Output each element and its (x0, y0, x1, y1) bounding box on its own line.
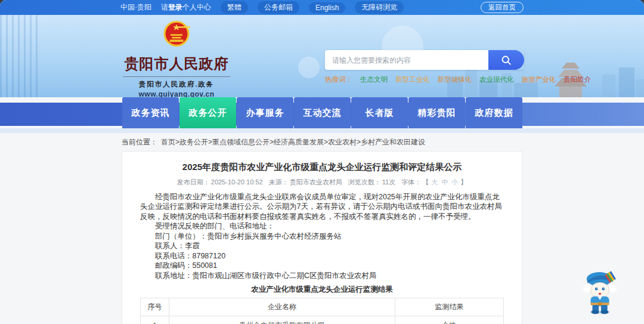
left-decoration (0, 15, 42, 97)
article-paragraph: 受理情况反映的部门、电话和地址： (140, 221, 504, 232)
login-link[interactable]: 请登录个人中心 (161, 2, 211, 13)
col-header-company: 企业名称 (169, 298, 395, 316)
region-link[interactable]: 中国·贵阳 (120, 2, 151, 13)
login-bold: 登录 (168, 3, 182, 11)
login-pre: 请 (161, 3, 168, 11)
publish-date: 2025-10-20 10:52 (211, 178, 263, 186)
nav-tab-disclosure[interactable]: 政务公开 (179, 97, 236, 128)
nav-tab-senior-version[interactable]: 长者版 (351, 97, 408, 128)
hot-word-link[interactable]: 旅游产业化 (522, 75, 556, 84)
breadcrumb-path[interactable]: 首页>政务公开>重点领域信息公开>经济高质量发展>农业农村>乡村产业和农田建设 (161, 138, 425, 146)
hot-search-words: 热搜词： 生态文明 新型工业化 新型城镇化 农业现代化 旅游产业化 贵阳简介 (325, 75, 524, 84)
font-size-small-button[interactable]: 小 (451, 178, 458, 186)
accessibility-link[interactable]: 无障碍浏览 (355, 1, 404, 14)
views-value: 11次 (382, 178, 395, 186)
site-url: www.guiyang.gov.cn (118, 90, 235, 97)
article-paragraph: 经贵阳市农业产业化市级重点龙头企业联席会议成员单位审定，现对2025年开展的农业… (140, 192, 504, 222)
col-header-result: 监测结果 (395, 298, 504, 316)
search-input[interactable] (325, 50, 488, 70)
site-brand[interactable]: 贵阳市人民政府 贵阳市人民政府.政务 www.guiyang.gov.cn (118, 18, 235, 97)
font-size-large-button[interactable]: 大 (431, 178, 438, 186)
nav-tab-news[interactable]: 政务资讯 (122, 97, 179, 128)
official-mail-link[interactable]: 公务邮箱 (258, 1, 299, 14)
contact-department: 部门（单位）：贵阳市乡村振兴服务中心农村经济服务站 (140, 232, 504, 242)
monitoring-results-table: 序号 企业名称 监测结果 1 贵州合力超市采购有限公司 合格 2 贵州友禾种业有… (140, 298, 504, 324)
search-button[interactable] (488, 50, 524, 70)
contact-person: 联系人：李霞 (140, 241, 504, 251)
source-value: 贵阳市农业农村局 (290, 178, 342, 186)
contact-address: 联系地址：贵阳市观山湖区市级行政中心二期C区贵阳市农业农村局 (140, 271, 504, 281)
site-subtitle: 贵阳市人民政府.政务 (123, 76, 230, 89)
search-icon (500, 54, 512, 66)
traditional-chinese-link[interactable]: 繁體 (221, 1, 248, 14)
contact-phone: 联系电话：87987120 (140, 251, 504, 261)
article-title: 2025年度贵阳市农业产业化市级重点龙头企业运行监测和评定结果公示 (140, 161, 504, 173)
article-card: 2025年度贵阳市农业产业化市级重点龙头企业运行监测和评定结果公示 发布日期：2… (122, 151, 522, 324)
nav-bottom-strip (0, 128, 644, 133)
hot-word-link[interactable]: 农业现代化 (479, 75, 514, 84)
bracket: 】 (460, 178, 467, 186)
source-label: 来源： (269, 178, 289, 186)
nav-tab-highlights[interactable]: 精彩贵阳 (408, 97, 465, 128)
hot-word-link[interactable]: 新型城镇化 (438, 75, 472, 84)
return-home-button[interactable]: 返回首页 (481, 2, 524, 13)
site-name: 贵阳市人民政府 (118, 54, 235, 73)
hot-word-link[interactable]: 贵阳简介 (564, 75, 591, 84)
site-header: 贵阳市人民政府 贵阳市人民政府.政务 www.guiyang.gov.cn 热搜… (0, 15, 644, 97)
nav-tab-gov-data[interactable]: 政府数据 (466, 97, 522, 128)
hot-word-link[interactable]: 新型工业化 (395, 75, 430, 84)
main-nav: 政务资讯 政务公开 办事服务 互动交流 长者版 精彩贵阳 政府数据 (0, 97, 644, 128)
nav-tab-services[interactable]: 办事服务 (237, 97, 293, 128)
company-name: 贵州合力超市采购有限公司 (169, 316, 395, 324)
bokeh-decoration (298, 57, 320, 78)
table-header-row: 序号 企业名称 监测结果 (141, 298, 504, 316)
login-post: 个人中心 (182, 3, 211, 11)
hot-words-label: 热搜词： (325, 75, 352, 84)
article-meta: 发布日期：2025-10-20 10:52 来源：贵阳市农业农村局 浏览次数：1… (140, 178, 504, 187)
topbar: 中国·贵阳 请登录个人中心 繁體 公务邮箱 English 无障碍浏览 返回首页 (0, 0, 644, 15)
monitor-result: 合格 (395, 316, 504, 324)
font-size-label: 字体： (401, 178, 421, 186)
breadcrumb: 当前位置：首页>政务公开>重点领域信息公开>经济高质量发展>农业农村>乡村产业和… (122, 137, 644, 147)
english-link[interactable]: English (309, 2, 345, 13)
publish-date-label: 发布日期： (177, 178, 210, 186)
col-header-index: 序号 (141, 298, 169, 316)
font-size-medium-button[interactable]: 中 (441, 178, 448, 186)
mascot-figure[interactable] (582, 269, 619, 316)
table-row: 1 贵州合力超市采购有限公司 合格 (141, 316, 504, 324)
bracket: 【 (422, 178, 429, 186)
views-label: 浏览次数： (348, 178, 381, 186)
table-caption: 农业产业化市级重点龙头企业运行监测结果 (140, 285, 504, 295)
postal-code: 邮政编码：550081 (140, 261, 504, 271)
hot-word-link[interactable]: 生态文明 (360, 75, 388, 84)
row-index: 1 (141, 316, 169, 324)
nav-tab-interaction[interactable]: 互动交流 (294, 97, 351, 128)
breadcrumb-label: 当前位置： (122, 138, 157, 146)
search-area: 热搜词： 生态文明 新型工业化 新型城镇化 农业现代化 旅游产业化 贵阳简介 (325, 50, 524, 84)
browser-page: 中国·贵阳 请登录个人中心 繁體 公务邮箱 English 无障碍浏览 返回首页 (0, 0, 644, 324)
national-emblem-logo (163, 18, 190, 51)
